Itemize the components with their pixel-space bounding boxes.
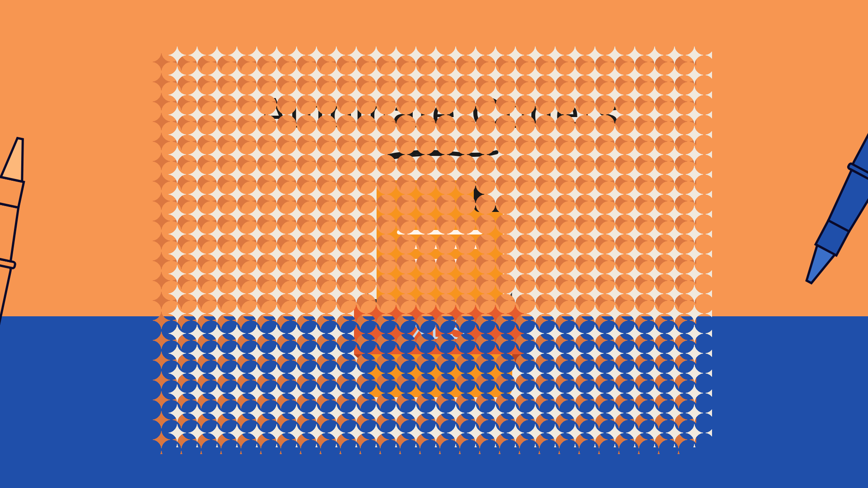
band-fold-corners bbox=[354, 354, 526, 367]
stamp-card: Automate Coders XLS bbox=[167, 45, 712, 447]
document-lines bbox=[397, 230, 483, 273]
file-type-band: XLS bbox=[354, 305, 526, 354]
underline-swoosh-icon bbox=[381, 149, 499, 162]
document-folded-corner bbox=[474, 180, 503, 212]
page-title: Automate Coders bbox=[259, 88, 620, 137]
xls-file-icon: XLS bbox=[354, 180, 526, 397]
file-type-label: XLS bbox=[410, 314, 469, 345]
